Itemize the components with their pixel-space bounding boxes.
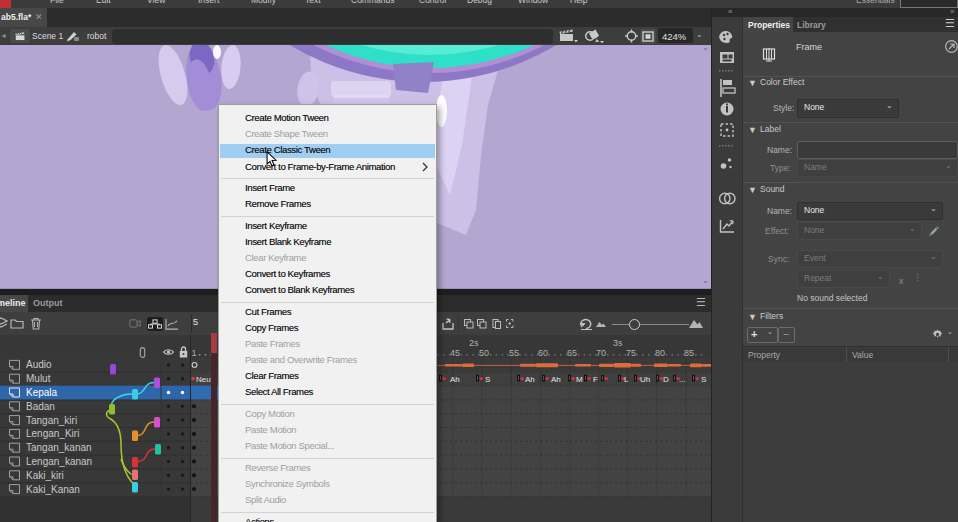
svg-text:Uh: Uh [640, 375, 650, 384]
svg-text:Mulut: Mulut [26, 373, 51, 384]
svg-text:Badan: Badan [26, 401, 55, 412]
svg-text:Kaki_Kanan: Kaki_Kanan [26, 484, 80, 495]
svg-text:D: D [663, 375, 669, 384]
svg-text:Lengan_kanan: Lengan_kanan [26, 456, 92, 467]
svg-text:Lengan_Kiri: Lengan_Kiri [26, 428, 79, 439]
svg-text:L: L [624, 375, 629, 384]
svg-text:Tangan_kiri: Tangan_kiri [26, 415, 77, 426]
svg-text:S: S [701, 375, 706, 384]
svg-text:Ah: Ah [450, 375, 460, 384]
svg-text:Kepala: Kepala [26, 387, 58, 398]
svg-text:S: S [485, 375, 490, 384]
svg-text:M: M [576, 375, 583, 384]
svg-text:Ah: Ah [525, 375, 535, 384]
svg-text:Ah: Ah [551, 375, 561, 384]
svg-text:Tangan_kanan: Tangan_kanan [26, 442, 92, 453]
svg-text:Audio: Audio [26, 359, 52, 370]
svg-text:F: F [593, 375, 598, 384]
svg-text:...: ... [679, 375, 686, 384]
svg-text:Kaki_kiri: Kaki_kiri [26, 470, 64, 481]
